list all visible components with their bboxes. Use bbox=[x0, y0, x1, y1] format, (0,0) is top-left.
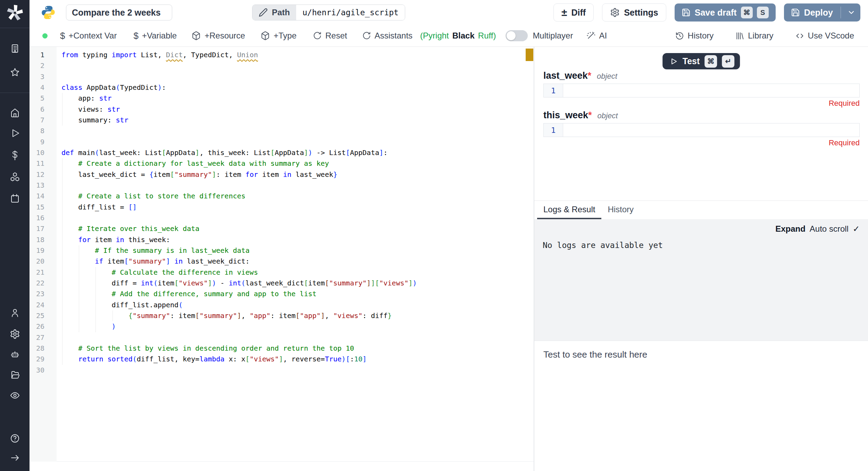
code-line[interactable]: if item["summary"] in last_week_dict: bbox=[61, 256, 513, 267]
code-line[interactable]: diff_list = [] bbox=[61, 202, 513, 213]
code-line[interactable] bbox=[61, 365, 513, 376]
sidebar-divider bbox=[0, 28, 30, 28]
code-line[interactable]: # Sort the list by views in descending o… bbox=[61, 343, 513, 354]
expand-button[interactable]: Expand bbox=[775, 224, 806, 234]
multiplayer-label-item[interactable]: Multiplayer bbox=[533, 31, 573, 41]
audit-eye-icon[interactable] bbox=[0, 390, 30, 401]
code-line[interactable]: # Add the difference, summary and app to… bbox=[61, 289, 513, 299]
line-number: 7 bbox=[30, 115, 44, 126]
line-number: 17 bbox=[30, 223, 44, 234]
autoscroll-toggle[interactable]: Auto scroll bbox=[810, 224, 849, 234]
code-line[interactable]: return sorted(diff_list, key=lambda x: x… bbox=[61, 354, 513, 365]
code-line[interactable]: views: str bbox=[61, 104, 513, 115]
code-line[interactable] bbox=[61, 137, 513, 147]
reset-button[interactable]: Reset bbox=[312, 31, 347, 41]
kbd-s: S bbox=[757, 7, 769, 18]
code-line[interactable]: diff_list.append( bbox=[61, 300, 513, 310]
library-button[interactable]: Library bbox=[735, 31, 773, 41]
arg-label-row: last_week* object bbox=[543, 70, 860, 82]
indent-guide bbox=[95, 310, 96, 321]
arg-json-editor[interactable]: 1 bbox=[543, 84, 860, 97]
settings-button[interactable]: Settings bbox=[602, 3, 666, 22]
check-icon: ✓ bbox=[853, 224, 860, 234]
arg-json-editor[interactable]: 1 bbox=[543, 123, 860, 137]
code-line[interactable]: # Iterate over this_week data bbox=[61, 223, 513, 234]
code-line[interactable] bbox=[61, 180, 513, 191]
wand-icon bbox=[586, 31, 595, 41]
home-icon[interactable] bbox=[0, 108, 30, 118]
resources-boxes-icon[interactable] bbox=[0, 172, 30, 182]
arg-name: last_week bbox=[543, 70, 588, 81]
ai-button[interactable]: AI bbox=[586, 31, 607, 41]
this-week-input[interactable] bbox=[563, 123, 859, 137]
path-field[interactable]: Path u/henri/agile_script bbox=[252, 5, 405, 20]
line-number: 27 bbox=[30, 332, 44, 343]
ruff-badge: Ruff) bbox=[478, 31, 496, 41]
tab-history[interactable]: History bbox=[601, 201, 640, 219]
panel-divider[interactable] bbox=[534, 47, 534, 471]
code-line[interactable]: class AppData(TypedDict): bbox=[61, 82, 513, 93]
add-type-button[interactable]: +Type bbox=[260, 31, 297, 41]
deploy-button[interactable]: Deploy bbox=[784, 3, 860, 22]
save-draft-button[interactable]: Save draft ⌘ S bbox=[675, 3, 776, 22]
line-number: 29 bbox=[30, 354, 44, 365]
indent-guide bbox=[62, 180, 62, 191]
assistants-button[interactable]: Assistants bbox=[362, 31, 412, 41]
code-line[interactable] bbox=[61, 332, 513, 343]
settings-gear-icon[interactable] bbox=[0, 329, 30, 339]
expand-sidebar-arrow-icon[interactable] bbox=[0, 453, 30, 463]
workspace-icon[interactable] bbox=[0, 43, 30, 54]
topbar: Compare the 2 weeks Path u/henri/agile_s… bbox=[30, 0, 868, 25]
indent-guide bbox=[95, 278, 96, 289]
last-week-input[interactable] bbox=[563, 84, 859, 97]
code-line[interactable]: diff = int(item["views"]) - int(last_wee… bbox=[61, 278, 513, 289]
multiplayer-toggle[interactable] bbox=[506, 30, 528, 41]
favorites-star-icon[interactable] bbox=[0, 67, 30, 78]
add-context-var-button[interactable]: $ +Context Var bbox=[60, 31, 117, 41]
code-line[interactable]: last_week_dict = {item["summary"]: item … bbox=[61, 169, 513, 180]
code-editor[interactable]: 1234567891011121314151617181920212223242… bbox=[30, 47, 534, 471]
code-line[interactable] bbox=[61, 60, 513, 71]
code-line[interactable]: def main(last_week: List[AppData], this_… bbox=[61, 147, 513, 158]
add-resource-button[interactable]: +Resource bbox=[191, 31, 245, 41]
workers-robot-icon[interactable] bbox=[0, 349, 30, 360]
folders-icon[interactable] bbox=[0, 370, 30, 380]
add-variable-button[interactable]: $ +Variable bbox=[133, 31, 177, 41]
path-value[interactable]: u/henri/agile_script bbox=[296, 5, 405, 20]
code-line[interactable]: for item in this_week: bbox=[61, 234, 513, 245]
code-line[interactable] bbox=[61, 71, 513, 82]
chevron-down-icon[interactable] bbox=[847, 8, 856, 17]
code-line[interactable]: summary: str bbox=[61, 115, 513, 126]
script-title-input[interactable]: Compare the 2 weeks bbox=[66, 5, 172, 20]
code-line[interactable]: # Calculate the difference in views bbox=[61, 267, 513, 278]
deploy-split-divider bbox=[841, 7, 841, 18]
code-line[interactable]: # Create a dictionary for last_week data… bbox=[61, 158, 513, 169]
path-label-segment[interactable]: Path bbox=[252, 5, 296, 20]
users-person-icon[interactable] bbox=[0, 308, 30, 318]
windmill-logo-icon[interactable] bbox=[0, 3, 30, 22]
deploy-label: Deploy bbox=[804, 8, 833, 18]
indent-guide bbox=[79, 321, 79, 332]
use-vscode-button[interactable]: Use VScode bbox=[795, 31, 854, 41]
code-line[interactable]: from typing import List, Dict, TypedDict… bbox=[61, 50, 513, 60]
reset-label: Reset bbox=[325, 31, 347, 41]
code-line[interactable] bbox=[61, 126, 513, 136]
code-line[interactable] bbox=[61, 213, 513, 223]
diff-button[interactable]: ± Diff bbox=[553, 3, 594, 22]
tab-logs-result[interactable]: Logs & Result bbox=[537, 201, 601, 219]
variables-dollar-icon[interactable] bbox=[0, 150, 30, 161]
path-label: Path bbox=[272, 8, 290, 17]
indent-guide bbox=[62, 93, 62, 104]
code-lines[interactable]: from typing import List, Dict, TypedDict… bbox=[61, 50, 513, 376]
runs-play-icon[interactable] bbox=[0, 128, 30, 138]
indent-guide bbox=[62, 191, 62, 202]
code-line[interactable]: # Create a list to store the differences bbox=[61, 191, 513, 202]
code-line[interactable]: # If the summary is in last_week data bbox=[61, 245, 513, 256]
schedules-calendar-icon[interactable] bbox=[0, 193, 30, 204]
code-line[interactable]: ) bbox=[61, 321, 513, 332]
help-icon[interactable] bbox=[0, 433, 30, 444]
dollar-icon: $ bbox=[60, 31, 65, 41]
code-line[interactable]: {"summary": item["summary"], "app": item… bbox=[61, 310, 513, 321]
history-button[interactable]: History bbox=[675, 31, 714, 41]
code-line[interactable]: app: str bbox=[61, 93, 513, 104]
